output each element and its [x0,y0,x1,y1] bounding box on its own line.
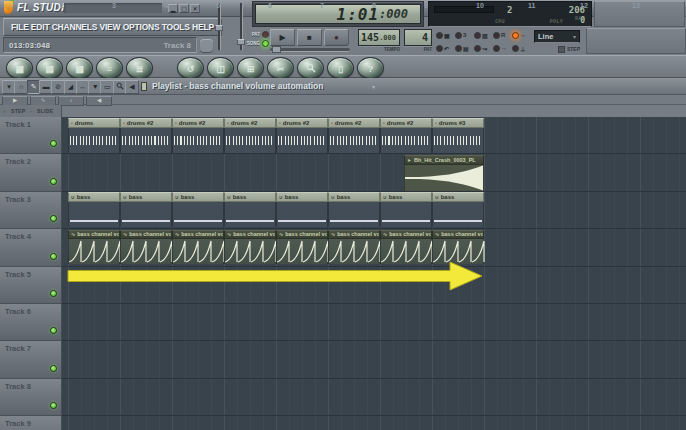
pattern-clip-drums[interactable]: ▫drums #2 [172,118,224,153]
pattern-clip-drums[interactable]: ▫drums [68,118,120,153]
pattern-clip-bass[interactable]: ∪bass [172,192,224,227]
audio-clip-crash[interactable]: ►Bh_Hit_Crash_0003_PL [404,155,484,191]
undo-button[interactable]: ↺ [177,57,204,79]
metronome-toggle[interactable]: ▥ [474,29,493,41]
export-button[interactable]: ⊞ [237,57,264,79]
help-button[interactable]: ? [357,57,384,79]
menu-view[interactable]: VIEW [99,22,120,32]
playlist-title-bar[interactable]: Playlist - bass channel volume automatio… [0,78,686,95]
step-recording-badge[interactable]: STEP [540,45,580,53]
piano-roll-button[interactable]: ▩ [66,57,93,79]
menu-tools[interactable]: TOOLS [162,22,190,32]
mode-switch[interactable]: PAT SONG [249,30,269,52]
automation-clip-bass-volume[interactable]: ∿bass channel vo... [224,230,276,265]
browser-button[interactable]: ≣ [126,57,153,79]
save-button[interactable]: ◫ [207,57,234,79]
recording-toggle[interactable]: ↔ [512,29,531,41]
track-header-2[interactable]: Track 2 [0,154,62,191]
pattern-clip-drums[interactable]: ▫drums #3 [432,118,484,153]
track-led[interactable] [50,290,57,297]
menu-edit[interactable]: EDIT [31,22,50,32]
track-led[interactable] [50,140,57,147]
automation-clip-bass-volume[interactable]: ∿bass channel vo... [432,230,484,265]
play-button[interactable]: ▶ [270,29,295,46]
pattern-clip-bass[interactable]: ∪bass [276,192,328,227]
snap-selector[interactable]: Line ▾ [534,30,580,43]
stop-button[interactable]: ■ [297,29,322,46]
pattern-clip-drums[interactable]: ▫drums #2 [224,118,276,153]
track-header-5[interactable]: Track 5 [0,267,62,304]
track-header-8[interactable]: Track 8 [0,379,62,416]
typing-to-piano-toggle[interactable]: ▦ [436,29,455,41]
playback-tool[interactable]: ◀ [125,80,139,94]
pattern-clip-bass[interactable]: ∪bass [432,192,484,227]
automation-clip-bass-volume[interactable]: ∿bass channel vo... [380,230,432,265]
pattern-clip-drums[interactable]: ▫drums #2 [276,118,328,153]
track-header-3[interactable]: Track 3 [0,192,62,229]
playlist-button[interactable]: ▦ [6,57,33,79]
multilink-toggle[interactable]: ▤ [455,42,474,54]
shuffle-handle[interactable] [272,46,281,53]
menu-channels[interactable]: CHANNELS [52,22,98,32]
shuffle-slider[interactable] [270,48,350,52]
pattern-clip-drums[interactable]: ▫drums #2 [120,118,172,153]
track-led[interactable] [50,365,57,372]
pat-mode[interactable]: PAT [252,31,269,38]
rewind-button[interactable]: ◀ [86,96,112,106]
close-button[interactable]: ✕ [190,4,200,13]
track-header-7[interactable]: Track 7 [0,341,62,378]
automation-clip-bass-volume[interactable]: ∿bass channel vo... [68,230,120,265]
punch-toggle[interactable]: ⊥ [512,42,531,54]
menu-options[interactable]: OPTIONS [123,22,160,32]
automation-icon: ∿ [175,231,179,237]
pattern-clip-bass[interactable]: ∪bass [380,192,432,227]
track-led[interactable] [50,327,57,334]
automation-clip-bass-volume[interactable]: ∿bass channel vo... [276,230,328,265]
automation-clip-bass-volume[interactable]: ∿bass channel vo... [328,230,380,265]
pattern-clip-bass[interactable]: ∪bass [68,192,120,227]
track-led[interactable] [50,215,57,222]
automation-clip-bass-volume[interactable]: ∿bass channel vo... [120,230,172,265]
menu-file[interactable]: FILE [11,22,29,32]
pattern-clip-bass[interactable]: ∪bass [120,192,172,227]
follow-playback-toggle[interactable]: → [493,42,512,54]
slide-toggle[interactable]: SLIDE [37,108,53,114]
maximize-button[interactable]: ▢ [179,4,189,13]
track-led[interactable] [50,402,57,409]
menu-help[interactable]: HELP [192,22,214,32]
track-header-6[interactable]: Track 6 [0,304,62,341]
hint-panel-button[interactable] [200,39,213,52]
track-header-9[interactable]: Track 9 [0,416,62,430]
step-toggle[interactable]: STEP [11,108,25,114]
track-led[interactable] [50,178,57,185]
time-display-panel[interactable]: 1:01 :000 [252,1,424,27]
pattern-clip-drums[interactable]: ▫drums #2 [328,118,380,153]
playlist-menu-caret-icon[interactable]: ▾ [372,83,375,90]
pattern-display[interactable]: 4 [404,29,432,46]
master-pitch-slider[interactable] [237,1,245,53]
countdown-toggle[interactable]: 3 [455,29,474,41]
slider-handle[interactable] [237,39,245,45]
record-button[interactable]: ● [324,29,349,46]
pattern-clip-bass[interactable]: ∪bass [224,192,276,227]
step-sequencer-button[interactable]: ▤ [36,57,63,79]
cut-button[interactable]: ✂ [267,57,294,79]
mixer-button[interactable]: ≡ [96,57,123,79]
time-display[interactable]: 1:01 :000 [255,4,421,24]
track-header-1[interactable]: Track 1 [0,117,62,154]
step-edit-toggle[interactable]: ↶ [436,42,455,54]
track-header-4[interactable]: Track 4 [0,229,62,266]
pattern-clip-bass[interactable]: ∪bass [328,192,380,227]
tempo-display[interactable]: 145 .000 [358,29,400,46]
song-mode[interactable]: SONG [247,40,269,47]
slider-handle[interactable] [215,25,223,31]
zoom-button[interactable] [297,57,324,79]
track-led[interactable] [50,253,57,260]
notes-button[interactable]: ▯ [327,57,354,79]
pattern-clip-drums[interactable]: ▫drums #2 [380,118,432,153]
playlist-grid[interactable]: ▫drums▫drums #2▫drums #2▫drums #2▫drums … [62,117,686,430]
minimize-button[interactable]: ▂ [168,4,178,13]
automation-clip-bass-volume[interactable]: ∿bass channel vo... [172,230,224,265]
shuffle-toggle[interactable]: ↝ [474,42,493,54]
wait-for-input-toggle[interactable]: R [493,29,512,41]
